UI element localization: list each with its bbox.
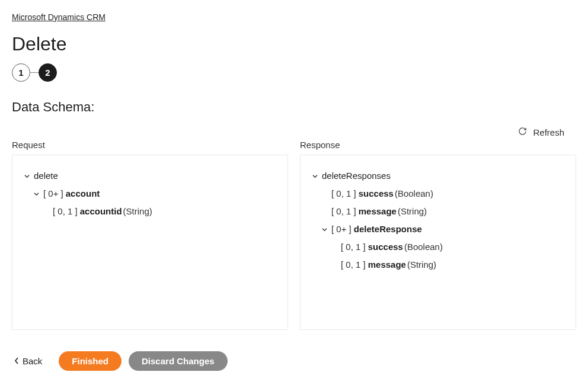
section-title: Data Schema: — [12, 100, 576, 115]
discard-changes-button[interactable]: Discard Changes — [129, 351, 228, 371]
request-header: Request — [12, 140, 288, 150]
node-type: (String) — [398, 204, 427, 219]
stepper: 1 2 — [12, 63, 576, 82]
response-panel: deleteResponses [ 0, 1 ] success (Boolea… — [300, 155, 576, 330]
node-label: success — [368, 240, 403, 254]
refresh-button[interactable]: Refresh — [518, 127, 564, 137]
cardinality: [ 0, 1 ] — [341, 240, 366, 254]
cardinality: [ 0+ ] — [331, 222, 351, 236]
tree-node-deleteresponses[interactable]: deleteResponses — [310, 167, 566, 185]
step-2[interactable]: 2 — [39, 63, 57, 82]
cardinality: [ 0, 1 ] — [331, 187, 356, 201]
tree-node-deleteresponse[interactable]: [ 0+ ] deleteResponse — [310, 220, 566, 238]
node-label: success — [359, 187, 394, 201]
tree-node-message-inner[interactable]: [ 0, 1 ] message (String) — [310, 256, 566, 274]
request-column: Request delete [ 0+ ] account [ 0, 1 ] a… — [12, 140, 288, 330]
tree-node-account[interactable]: [ 0+ ] account — [22, 185, 278, 203]
node-label: deleteResponse — [354, 222, 422, 236]
chevron-down-icon — [319, 227, 329, 232]
cardinality: [ 0, 1 ] — [331, 204, 356, 219]
chevron-down-icon — [22, 174, 31, 179]
chevron-down-icon — [310, 174, 319, 179]
node-label: accountid — [80, 204, 122, 219]
node-label: message — [368, 258, 406, 272]
breadcrumb-link[interactable]: Microsoft Dynamics CRM — [12, 12, 106, 22]
chevron-left-icon — [14, 356, 19, 366]
finished-button[interactable]: Finished — [59, 351, 122, 371]
step-1[interactable]: 1 — [12, 63, 30, 82]
tree-node-delete[interactable]: delete — [22, 167, 278, 185]
step-connector — [30, 72, 39, 73]
node-label: delete — [34, 169, 58, 183]
chevron-down-icon — [31, 191, 41, 197]
response-column: Response deleteResponses [ 0, 1 ] succes… — [300, 140, 576, 330]
node-type: (String) — [123, 204, 152, 219]
tree-node-accountid[interactable]: [ 0, 1 ] accountid (String) — [22, 203, 278, 220]
tree-node-success-inner[interactable]: [ 0, 1 ] success (Boolean) — [310, 238, 566, 256]
refresh-label: Refresh — [533, 127, 564, 137]
tree-node-success[interactable]: [ 0, 1 ] success (Boolean) — [310, 185, 566, 203]
back-label: Back — [23, 356, 42, 366]
cardinality: [ 0+ ] — [43, 187, 63, 201]
node-type: (Boolean) — [404, 240, 443, 254]
page-title: Delete — [12, 33, 576, 55]
request-panel: delete [ 0+ ] account [ 0, 1 ] accountid… — [12, 155, 288, 330]
cardinality: [ 0, 1 ] — [53, 204, 78, 219]
node-label: account — [66, 187, 100, 201]
node-label: deleteResponses — [322, 169, 391, 183]
node-type: (String) — [407, 258, 436, 272]
node-label: message — [359, 204, 397, 219]
node-type: (Boolean) — [395, 187, 433, 201]
back-button[interactable]: Back — [12, 352, 44, 370]
refresh-icon — [518, 127, 527, 137]
response-header: Response — [300, 140, 576, 150]
tree-node-message[interactable]: [ 0, 1 ] message (String) — [310, 203, 566, 220]
cardinality: [ 0, 1 ] — [341, 258, 366, 272]
